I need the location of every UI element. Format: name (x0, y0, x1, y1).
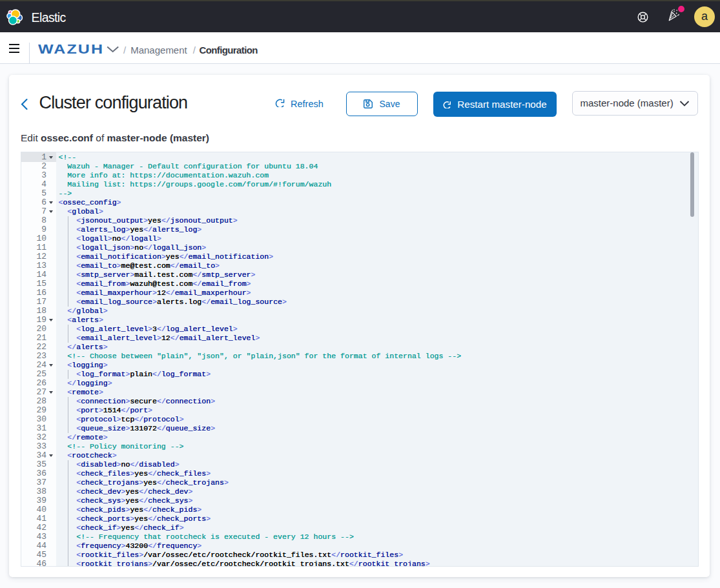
svg-text:WAZUH: WAZUH (38, 43, 103, 57)
